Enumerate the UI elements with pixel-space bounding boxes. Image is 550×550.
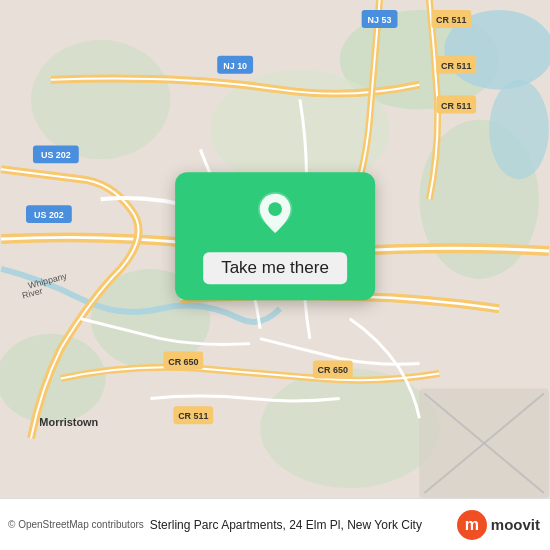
take-me-there-button[interactable]: Take me there <box>203 252 347 284</box>
svg-text:US 202: US 202 <box>41 150 71 160</box>
svg-point-7 <box>0 334 106 424</box>
svg-text:US 202: US 202 <box>34 210 64 220</box>
svg-text:CR 511: CR 511 <box>436 15 466 25</box>
svg-text:Morristown: Morristown <box>39 416 98 428</box>
svg-point-6 <box>260 369 439 489</box>
app: NJ 53 NJ 10 CR 511 CR 511 CR 511 US 202 … <box>0 0 550 550</box>
svg-text:NJ 10: NJ 10 <box>223 61 247 71</box>
moovit-label: moovit <box>491 516 540 533</box>
svg-text:CR 511: CR 511 <box>441 101 471 111</box>
svg-point-9 <box>489 80 549 180</box>
svg-text:CR 511: CR 511 <box>441 61 471 71</box>
moovit-icon: m <box>457 510 487 540</box>
map-container: NJ 53 NJ 10 CR 511 CR 511 CR 511 US 202 … <box>0 0 550 498</box>
location-info: Sterling Parc Apartments, 24 Elm Pl, New… <box>144 518 457 532</box>
location-card[interactable]: Take me there <box>175 172 375 300</box>
pin-icon <box>251 190 299 238</box>
attribution: © OpenStreetMap contributors <box>8 518 144 531</box>
svg-point-3 <box>31 40 170 160</box>
bottom-bar: © OpenStreetMap contributors Sterling Pa… <box>0 498 550 550</box>
svg-text:CR 650: CR 650 <box>168 357 198 367</box>
svg-text:NJ 53: NJ 53 <box>368 15 392 25</box>
svg-text:CR 650: CR 650 <box>318 366 348 376</box>
moovit-logo: m moovit <box>457 510 540 540</box>
svg-text:CR 511: CR 511 <box>178 411 208 421</box>
svg-point-39 <box>268 202 282 216</box>
